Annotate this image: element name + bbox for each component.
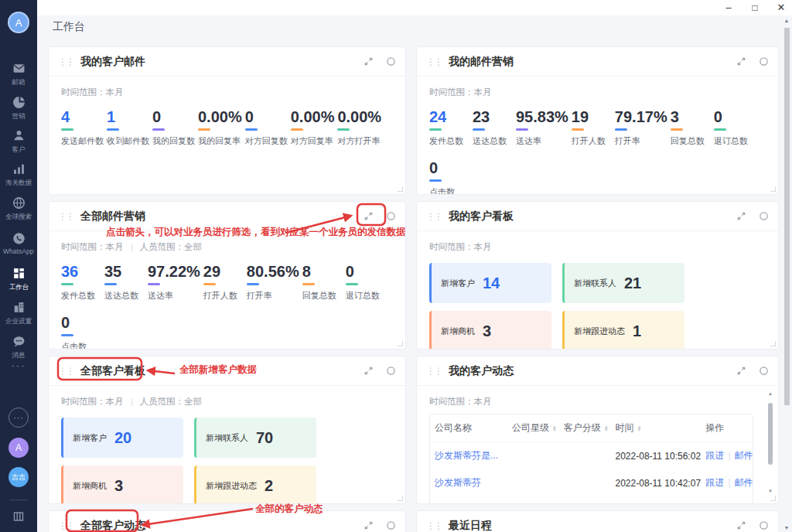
card-title: 我的邮件营销 bbox=[449, 55, 514, 69]
sidebar-item-customs-data[interactable]: 海关数据 bbox=[0, 162, 37, 188]
expand-icon[interactable] bbox=[364, 520, 374, 530]
sidebar-item-global-search[interactable]: 全球搜索 bbox=[0, 196, 37, 222]
expand-icon[interactable] bbox=[364, 56, 374, 66]
sort-icon[interactable]: ▲▼ bbox=[604, 425, 609, 431]
expand-icon[interactable] bbox=[736, 211, 746, 221]
company-link[interactable]: 沙发斯蒂芬 bbox=[435, 477, 481, 488]
drag-handle-icon[interactable]: ⋮⋮ bbox=[426, 212, 442, 221]
card-my-customer-activity: ⋮⋮ 我的客户动态 时间范围：本月 公司名称 公司星级▲▼ 客户分级▲▼ bbox=[416, 356, 779, 504]
sidebar-item-mail[interactable]: 邮箱 bbox=[0, 62, 37, 87]
email-link[interactable]: 邮件 bbox=[734, 477, 753, 488]
sidebar-item-whatsapp[interactable]: WhatsApp bbox=[0, 232, 37, 255]
card-title: 我的客户看板 bbox=[449, 210, 514, 223]
window-minimize-button[interactable]: – bbox=[722, 0, 735, 15]
filter-bar: 时间范围：本月 人员范围：全部 bbox=[61, 241, 393, 253]
sidebar-more-button[interactable]: ··· bbox=[0, 360, 37, 371]
sort-icon[interactable]: ▲▼ bbox=[552, 425, 557, 431]
sidebar-more-circle-button[interactable]: ··· bbox=[9, 408, 29, 428]
avatar-blue[interactable]: 吉吉 bbox=[9, 467, 29, 487]
stat-item: 0退订总数 bbox=[346, 263, 386, 302]
sidebar-item-label: WhatsApp bbox=[3, 247, 33, 255]
kanban-tile-new-opportunities: 新增商机3 bbox=[61, 466, 183, 504]
activity-time: 2022-08-11 10:42:07 bbox=[611, 469, 702, 496]
card-my-customer-email: ⋮⋮ 我的客户邮件 时间范围：本月 4发送邮件数 1收到邮件数 0我的回复数 0… bbox=[48, 46, 406, 195]
column-header-star: 公司星级▲▼ bbox=[507, 414, 559, 442]
column-header-company: 公司名称 bbox=[430, 414, 507, 442]
resize-handle[interactable] bbox=[770, 186, 776, 192]
stat-item: 3回复总数 bbox=[671, 108, 711, 147]
expand-icon[interactable] bbox=[736, 366, 746, 376]
refresh-icon[interactable] bbox=[759, 366, 769, 376]
stat-item: 0退订总数 bbox=[714, 108, 754, 147]
refresh-icon[interactable] bbox=[759, 56, 769, 66]
resize-handle[interactable] bbox=[398, 186, 403, 192]
sidebar-apps-button[interactable] bbox=[12, 510, 25, 526]
sidebar-item-label: 营销 bbox=[12, 111, 25, 121]
expand-icon[interactable] bbox=[736, 56, 746, 66]
kanban-tile-new-followups: 新增跟进动态2 bbox=[194, 466, 316, 504]
globe-icon bbox=[12, 196, 26, 210]
drag-handle-icon[interactable]: ⋮⋮ bbox=[58, 367, 73, 376]
window-close-button[interactable]: ✕ bbox=[775, 0, 787, 15]
stat-item: 0点击数 bbox=[61, 314, 101, 350]
card-my-email-marketing: ⋮⋮ 我的邮件营销 时间范围：本月 24发件总数 23送达总数 95.83%送达… bbox=[416, 46, 779, 195]
scroll-down-icon[interactable]: ▼ bbox=[784, 524, 790, 532]
activity-table: 公司名称 公司星级▲▼ 客户分级▲▼ 时间▲▼ 操作 沙发斯蒂芬是... 202… bbox=[429, 414, 753, 504]
card-title: 全部客户看板 bbox=[80, 364, 145, 378]
sort-icon[interactable]: ▲▼ bbox=[637, 425, 642, 431]
expand-icon[interactable] bbox=[364, 211, 374, 221]
sidebar-item-workbench[interactable]: 工作台 bbox=[0, 267, 37, 292]
pie-chart-icon bbox=[12, 96, 26, 109]
window-maximize-button[interactable]: □ bbox=[749, 0, 761, 15]
drag-handle-icon[interactable]: ⋮⋮ bbox=[58, 521, 73, 530]
follow-up-link[interactable]: 跟进 bbox=[705, 477, 724, 488]
expand-icon[interactable] bbox=[364, 366, 374, 376]
stat-item: 24发件总数 bbox=[429, 108, 469, 147]
bar-chart-icon bbox=[12, 162, 26, 176]
page-scrollbar[interactable]: ▲ ▼ bbox=[782, 17, 791, 532]
kanban-tile-new-contacts: 新增联系人21 bbox=[562, 263, 684, 303]
company-link[interactable]: 沙发斯蒂芬是... bbox=[435, 450, 498, 461]
sidebar-divider bbox=[9, 500, 28, 500]
scroll-down-icon[interactable]: ▼ bbox=[768, 488, 773, 494]
drag-handle-icon[interactable]: ⋮⋮ bbox=[58, 212, 73, 221]
refresh-icon[interactable] bbox=[386, 56, 396, 66]
stat-item: 79.17%打开率 bbox=[615, 108, 667, 147]
refresh-icon[interactable] bbox=[386, 211, 396, 221]
drag-handle-icon[interactable]: ⋮⋮ bbox=[426, 367, 442, 376]
sidebar-item-marketing[interactable]: 营销 bbox=[0, 96, 37, 121]
column-header-grade: 客户分级▲▼ bbox=[559, 414, 611, 442]
email-link[interactable]: 邮件 bbox=[734, 450, 753, 461]
table-scrollbar[interactable]: ▲ ▼ bbox=[766, 390, 774, 494]
drag-handle-icon[interactable]: ⋮⋮ bbox=[58, 57, 73, 66]
follow-up-link[interactable]: 跟进 bbox=[705, 450, 724, 461]
resize-handle[interactable] bbox=[770, 341, 776, 346]
expand-icon[interactable] bbox=[736, 520, 746, 530]
refresh-icon[interactable] bbox=[386, 366, 396, 376]
stat-item: 19打开人数 bbox=[572, 108, 612, 147]
scrollbar-thumb[interactable] bbox=[784, 28, 790, 405]
scrollbar-thumb[interactable] bbox=[768, 403, 773, 465]
table-row: 沙发斯蒂芬是... 2022-08-11 10:56:02 跟进|邮件 bbox=[430, 442, 753, 470]
window-titlebar: – □ ✕ bbox=[37, 0, 792, 15]
sidebar-item-messages[interactable]: 消息 bbox=[0, 335, 37, 360]
refresh-icon[interactable] bbox=[386, 520, 396, 530]
drag-handle-icon[interactable]: ⋮⋮ bbox=[426, 521, 442, 530]
stat-item: 95.83%送达率 bbox=[516, 108, 568, 147]
scroll-up-icon[interactable]: ▲ bbox=[784, 17, 790, 25]
sidebar-item-label: 企业设置 bbox=[5, 316, 32, 326]
resize-handle[interactable] bbox=[398, 341, 403, 346]
avatar-purple[interactable]: A bbox=[9, 438, 29, 458]
sidebar-item-customer[interactable]: 客户 bbox=[0, 129, 37, 155]
scroll-up-icon[interactable]: ▲ bbox=[768, 390, 773, 397]
resize-handle[interactable] bbox=[770, 496, 776, 501]
column-header-actions: 操作 bbox=[701, 414, 753, 442]
filter-bar: 时间范围：本月 bbox=[429, 241, 766, 253]
sidebar-item-label: 客户 bbox=[12, 145, 25, 154]
refresh-icon[interactable] bbox=[759, 211, 769, 221]
refresh-icon[interactable] bbox=[759, 520, 769, 530]
avatar[interactable]: A bbox=[8, 12, 29, 33]
resize-handle[interactable] bbox=[398, 496, 403, 501]
drag-handle-icon[interactable]: ⋮⋮ bbox=[426, 57, 442, 66]
sidebar-item-enterprise-settings[interactable]: 企业设置 bbox=[0, 301, 37, 326]
